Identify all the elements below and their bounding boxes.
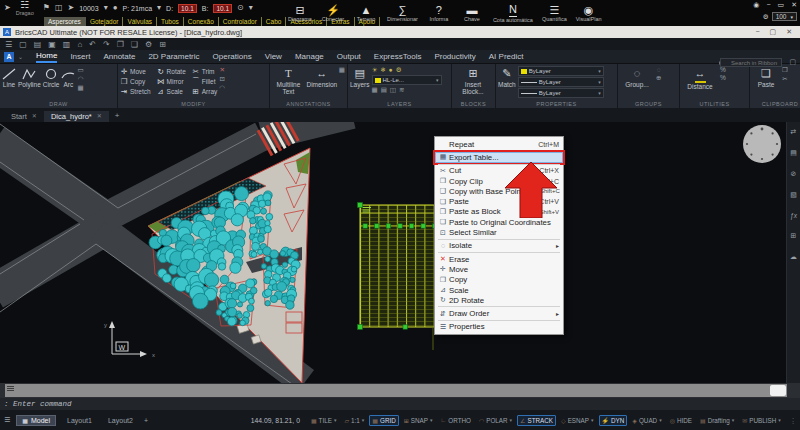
- tab-output[interactable]: Output: [337, 51, 361, 62]
- attachments-panel-icon[interactable]: ⊘: [791, 170, 797, 178]
- rectangle-icon[interactable]: ▭: [77, 66, 83, 74]
- pressure-value[interactable]: P: 21mca: [123, 5, 153, 12]
- annotation-scale-select[interactable]: ▱1:1▾: [341, 415, 367, 426]
- explode-icon[interactable]: ⊡: [219, 75, 224, 83]
- drawing-canvas[interactable]: W y x: [0, 122, 786, 383]
- cursor-icon[interactable]: ➤: [4, 4, 11, 12]
- drawing-viewport[interactable]: W y x ⇄ ▤ ⊘ ▧ ƒx ⊞ ☁: [0, 122, 800, 383]
- marker-icon[interactable]: ➤: [67, 4, 74, 12]
- toggle-grid[interactable]: ▦GRID: [369, 415, 398, 426]
- grid-icon[interactable]: ⊞: [159, 40, 166, 49]
- close-icon[interactable]: ✕: [791, 1, 797, 9]
- erase-icon[interactable]: ✕: [219, 66, 224, 74]
- menu-item-select-similar[interactable]: ⊡ Select Similar: [435, 227, 563, 237]
- distance-button[interactable]: ↔ Distance: [682, 66, 718, 90]
- tab-home[interactable]: Home: [36, 50, 57, 63]
- b-value[interactable]: 10.1: [213, 4, 232, 13]
- fillet-button[interactable]: ⌒Fillet: [192, 76, 218, 86]
- command-line[interactable]: : Enter command: [0, 398, 800, 410]
- layer-lock-icon[interactable]: ●: [389, 66, 393, 74]
- group-edit-icon[interactable]: ⊕: [656, 74, 661, 82]
- navigation-dial[interactable]: [743, 125, 781, 163]
- command-history-panel[interactable]: [0, 383, 800, 398]
- publish-button[interactable]: ✉PUBLISH▾: [739, 415, 784, 426]
- toggle-tile[interactable]: ▦TILE▾: [308, 415, 340, 426]
- chevron-down-icon[interactable]: ▾: [104, 4, 108, 12]
- sprinkler-id-value[interactable]: 10003: [79, 5, 98, 12]
- plugin-tab-gotejador[interactable]: Gotejador: [86, 17, 124, 26]
- minimize-icon[interactable]: −: [766, 1, 770, 9]
- workspace-select[interactable]: ▤Drafting▾: [697, 415, 737, 426]
- line-button[interactable]: Line: [2, 66, 16, 88]
- render-panel-icon[interactable]: ▧: [790, 191, 797, 199]
- tab-annotate[interactable]: Annotate: [103, 51, 135, 62]
- plugin-tab-cabo[interactable]: Cabo: [262, 17, 287, 26]
- linetype-select[interactable]: ByLayer ▾: [518, 77, 604, 87]
- plugin-tab-valvulas[interactable]: Válvulas: [123, 17, 157, 26]
- monitor-icon[interactable]: ▭: [778, 1, 785, 9]
- polyline-button[interactable]: Polyline: [18, 66, 41, 88]
- cut-clip-icon[interactable]: ✂: [782, 75, 787, 83]
- layer-tool-icon[interactable]: ◫: [390, 86, 396, 94]
- chevron-down-icon[interactable]: ▾: [157, 4, 161, 12]
- plugin-tab-tubos[interactable]: Tubos: [157, 17, 184, 26]
- rotate-button[interactable]: ↻Rotate: [157, 66, 186, 76]
- toggle-esnap[interactable]: ◇ESNAP▾: [558, 415, 597, 426]
- layer-select[interactable]: HL-Le... ▾: [372, 75, 442, 85]
- menu-icon[interactable]: ☰: [5, 40, 12, 49]
- model-tab[interactable]: ▦ Model: [16, 415, 56, 426]
- group-button[interactable]: ◌ Group...: [620, 66, 654, 88]
- new-document-button[interactable]: +: [109, 109, 126, 122]
- restore-icon[interactable]: ▢: [770, 28, 777, 36]
- tab-expresstools[interactable]: ExpressTools: [374, 51, 422, 62]
- menu-item-draw-order[interactable]: ⇵ Draw Order ▸: [435, 308, 563, 318]
- redo-icon[interactable]: ↷: [103, 40, 110, 49]
- layer-tool-icon[interactable]: ▤: [381, 86, 387, 94]
- toggle-ortho[interactable]: ∟ORTHO: [437, 415, 474, 426]
- copy-clip-icon[interactable]: ❐: [782, 66, 788, 74]
- paste-button[interactable]: ❏ Paste: [752, 66, 780, 88]
- array-button[interactable]: ⊞Array: [192, 86, 218, 96]
- multiline-text-button[interactable]: T Multiline Text: [272, 66, 305, 95]
- layers-panel-icon[interactable]: ▤: [790, 149, 797, 157]
- tab-manage[interactable]: Manage: [295, 51, 324, 62]
- trim-button[interactable]: ✂Trim: [192, 66, 218, 76]
- properties-panel-icon[interactable]: ⇄: [791, 128, 797, 136]
- close-icon[interactable]: ✕: [786, 28, 792, 36]
- diagrama-button[interactable]: ⊟Diagrama: [288, 4, 312, 22]
- layer-on-icon[interactable]: ☀: [372, 66, 378, 74]
- close-icon[interactable]: ✕: [97, 113, 102, 119]
- toggle-hide[interactable]: ◎HIDE: [667, 415, 695, 426]
- plugin-tab-conexao[interactable]: Conexão: [184, 17, 219, 26]
- tab-operations[interactable]: Operations: [213, 51, 252, 62]
- open-file-icon[interactable]: ▤: [34, 40, 42, 49]
- tab-view[interactable]: View: [265, 51, 282, 62]
- layer-freeze-icon[interactable]: ❄: [380, 66, 385, 74]
- informa-button[interactable]: ?Informa: [427, 4, 451, 22]
- menu-item-isolate[interactable]: ◌ Isolate ▸: [435, 241, 563, 251]
- copy-button[interactable]: ❐Copy: [120, 76, 151, 86]
- cloud-panel-icon[interactable]: ☁: [790, 253, 797, 261]
- move-button[interactable]: ✛Move: [120, 66, 151, 76]
- layout1-tab[interactable]: Layout1: [62, 416, 97, 425]
- panel-expand-icon[interactable]: ▢: [789, 58, 796, 66]
- offset-icon[interactable]: ◠: [219, 84, 225, 92]
- table-icon[interactable]: ▦: [339, 66, 345, 74]
- add-layout-button[interactable]: +: [144, 417, 148, 424]
- layer-settings-icon[interactable]: ⚙: [396, 66, 402, 74]
- paste-icon[interactable]: ❏: [131, 40, 138, 49]
- circle-button[interactable]: Circle: [43, 66, 60, 88]
- zoom-select[interactable]: 100 ▾: [772, 12, 797, 21]
- visualplan-button[interactable]: ◉VisualPlan: [576, 4, 602, 22]
- toggle-polar[interactable]: ◠POLAR▾: [476, 415, 515, 426]
- tab-ai-predict[interactable]: AI Predict: [489, 51, 524, 62]
- toggle-strack[interactable]: ∠STRACK: [517, 415, 556, 426]
- binoculars-icon[interactable]: ◫: [55, 4, 63, 12]
- doc-tab-start[interactable]: Start ✕: [4, 111, 44, 123]
- lineweight-select[interactable]: ByLayer ▾: [518, 88, 604, 98]
- menu-item-move[interactable]: ✛ Move: [435, 264, 563, 274]
- mirror-button[interactable]: ⋈Mirror: [157, 76, 186, 86]
- flag-icon[interactable]: ⚑: [43, 4, 50, 12]
- quantifica-button[interactable]: ☰Quantifica: [542, 4, 567, 22]
- toggle-snap[interactable]: ⊞SNAP▾: [401, 415, 436, 426]
